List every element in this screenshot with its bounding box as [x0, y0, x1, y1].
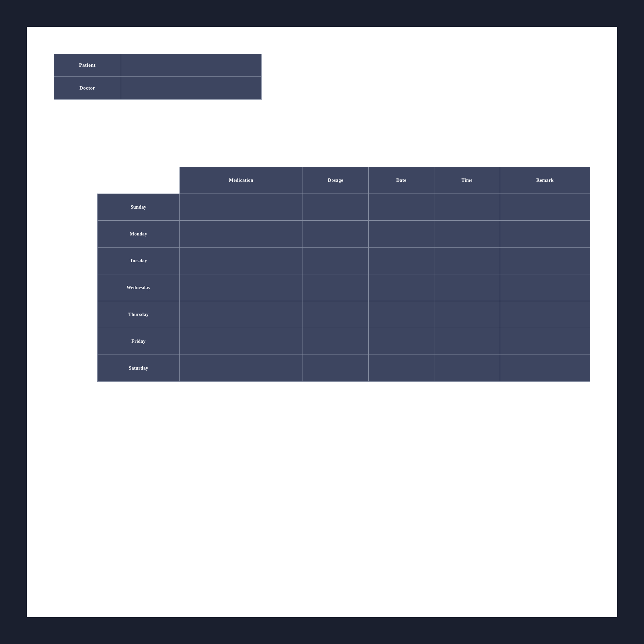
schedule-row: Monday — [98, 221, 590, 248]
wednesday-dosage-cell[interactable] — [303, 274, 369, 301]
sunday-date-cell[interactable] — [368, 194, 434, 221]
saturday-time-cell[interactable] — [434, 355, 500, 382]
col-header-date: Date — [368, 167, 434, 194]
col-header-remark: Remark — [500, 167, 590, 194]
schedule-row: Friday — [98, 328, 590, 355]
day-cell-saturday: Saturday — [98, 355, 180, 382]
friday-date-cell[interactable] — [368, 328, 434, 355]
saturday-dosage-cell[interactable] — [303, 355, 369, 382]
monday-remark-cell[interactable] — [500, 221, 590, 248]
monday-dosage-cell[interactable] — [303, 221, 369, 248]
patient-row: Patient — [54, 54, 262, 77]
friday-remark-cell[interactable] — [500, 328, 590, 355]
friday-time-cell[interactable] — [434, 328, 500, 355]
day-cell-sunday: Sunday — [98, 194, 180, 221]
tuesday-dosage-cell[interactable] — [303, 248, 369, 274]
header-row: Medication Dosage Date Time Remark — [98, 167, 590, 194]
monday-time-cell[interactable] — [434, 221, 500, 248]
page-container: Patient Doctor Medication Dosage Date Ti… — [27, 27, 617, 617]
friday-dosage-cell[interactable] — [303, 328, 369, 355]
thursday-remark-cell[interactable] — [500, 301, 590, 328]
sunday-remark-cell[interactable] — [500, 194, 590, 221]
day-cell-thursday: Thursday — [98, 301, 180, 328]
patient-value[interactable] — [121, 54, 261, 77]
thursday-time-cell[interactable] — [434, 301, 500, 328]
tuesday-date-cell[interactable] — [368, 248, 434, 274]
day-cell-wednesday: Wednesday — [98, 274, 180, 301]
saturday-remark-cell[interactable] — [500, 355, 590, 382]
col-header-dosage: Dosage — [303, 167, 369, 194]
schedule-row: Sunday — [98, 194, 590, 221]
wednesday-time-cell[interactable] — [434, 274, 500, 301]
saturday-date-cell[interactable] — [368, 355, 434, 382]
col-header-medication: Medication — [179, 167, 303, 194]
tuesday-time-cell[interactable] — [434, 248, 500, 274]
doctor-row: Doctor — [54, 77, 262, 100]
schedule-row: Thursday — [98, 301, 590, 328]
monday-date-cell[interactable] — [368, 221, 434, 248]
sunday-dosage-cell[interactable] — [303, 194, 369, 221]
col-header-time: Time — [434, 167, 500, 194]
corner-spacer — [98, 167, 180, 194]
schedule-row: Tuesday — [98, 248, 590, 274]
patient-label: Patient — [54, 54, 121, 77]
thursday-medication-cell[interactable] — [179, 301, 303, 328]
day-cell-friday: Friday — [98, 328, 180, 355]
monday-medication-cell[interactable] — [179, 221, 303, 248]
tuesday-remark-cell[interactable] — [500, 248, 590, 274]
sunday-time-cell[interactable] — [434, 194, 500, 221]
saturday-medication-cell[interactable] — [179, 355, 303, 382]
doctor-label: Doctor — [54, 77, 121, 100]
wednesday-remark-cell[interactable] — [500, 274, 590, 301]
schedule-row: Saturday — [98, 355, 590, 382]
sunday-medication-cell[interactable] — [179, 194, 303, 221]
schedule-table: Medication Dosage Date Time Remark Sunda… — [97, 167, 590, 382]
wednesday-medication-cell[interactable] — [179, 274, 303, 301]
doctor-value[interactable] — [121, 77, 261, 100]
wednesday-date-cell[interactable] — [368, 274, 434, 301]
info-table: Patient Doctor — [54, 54, 262, 100]
thursday-date-cell[interactable] — [368, 301, 434, 328]
day-cell-tuesday: Tuesday — [98, 248, 180, 274]
tuesday-medication-cell[interactable] — [179, 248, 303, 274]
schedule-row: Wednesday — [98, 274, 590, 301]
day-cell-monday: Monday — [98, 221, 180, 248]
thursday-dosage-cell[interactable] — [303, 301, 369, 328]
friday-medication-cell[interactable] — [179, 328, 303, 355]
schedule-wrapper: Medication Dosage Date Time Remark Sunda… — [97, 167, 590, 382]
